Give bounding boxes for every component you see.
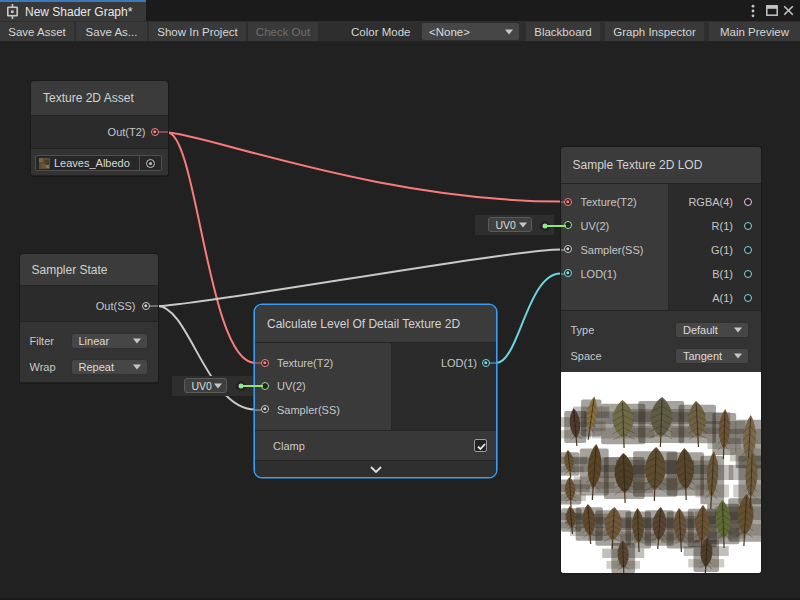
- port-label-out-ss: Out(SS): [20, 294, 136, 318]
- port-label-rgba: RGBA(4): [688, 190, 733, 214]
- port-label-sampler: Sampler(SS): [277, 398, 340, 422]
- save-asset-button[interactable]: Save Asset: [0, 22, 74, 41]
- node-sampler-state[interactable]: Sampler State Out(SS) Filter Linear Wrap…: [20, 254, 158, 383]
- shader-graph-window: New Shader Graph* Save Asset Save As... …: [0, 0, 800, 600]
- port-out-a[interactable]: [744, 294, 752, 302]
- port-connected-dot: [566, 247, 569, 250]
- chevron-down-icon: [133, 365, 141, 370]
- filter-dropdown[interactable]: Linear: [71, 333, 148, 349]
- port-connected-dot: [484, 361, 487, 364]
- node-title: Calculate Level Of Detail Texture 2D: [255, 305, 496, 343]
- window-maximize-icon[interactable]: [766, 0, 778, 21]
- port-in-sampler[interactable]: [261, 405, 269, 413]
- port-out-ss[interactable]: [142, 302, 150, 310]
- clamp-checkbox[interactable]: [474, 439, 487, 452]
- node-controls-section: Clamp: [255, 430, 496, 460]
- chevron-down-icon: [505, 29, 513, 34]
- chevron-down-icon: [734, 353, 742, 358]
- chevron-down-icon: [370, 466, 382, 473]
- texture-thumbnail: [39, 158, 50, 169]
- node-title: Texture 2D Asset: [31, 81, 168, 116]
- wrap-dropdown[interactable]: Repeat: [71, 359, 148, 375]
- port-label-out-t2: Out(T2): [31, 120, 146, 144]
- save-as-button[interactable]: Save As...: [76, 22, 147, 41]
- clamp-label: Clamp: [273, 431, 305, 461]
- wrap-label: Wrap: [30, 354, 56, 380]
- type-dropdown[interactable]: Default: [675, 322, 749, 338]
- node-sample-texture-2d-lod[interactable]: Sample Texture 2D LOD Texture(T2) UV(2) …: [561, 147, 762, 574]
- edge-texture-to-sample: [168, 133, 561, 202]
- blackboard-button[interactable]: Blackboard: [526, 22, 600, 41]
- chevron-down-icon: [133, 339, 141, 344]
- object-picker-icon[interactable]: [139, 156, 161, 170]
- port-connected-dot: [566, 200, 569, 203]
- checkmark-icon: [476, 441, 487, 452]
- graph-inspector-button[interactable]: Graph Inspector: [605, 22, 704, 41]
- node-preview-image: [561, 372, 762, 573]
- port-label-lod-out: LOD(1): [441, 351, 477, 375]
- chevron-down-icon: [214, 383, 222, 388]
- port-connected-dot: [566, 271, 569, 274]
- port-label-a: A(1): [712, 286, 733, 310]
- node-controls-section: Type Default Space Tangent: [561, 310, 762, 372]
- port-connected-dot: [144, 304, 147, 307]
- node-title: Sampler State: [20, 254, 158, 286]
- texture-object-field[interactable]: Leaves_Albedo: [35, 155, 162, 171]
- port-label-uv: UV(2): [277, 374, 306, 398]
- uv-connector-wire: [547, 225, 566, 227]
- node-calculate-lod[interactable]: Calculate Level Of Detail Texture 2D Tex…: [255, 305, 496, 477]
- picker-ring: [146, 159, 155, 168]
- shader-graph-icon: [6, 4, 19, 19]
- graph-canvas[interactable]: Texture 2D Asset Out(T2) Le: [0, 42, 800, 598]
- edge-lod-to-sample: [496, 274, 561, 364]
- show-in-project-button[interactable]: Show In Project: [149, 22, 246, 41]
- color-mode-value: <None>: [429, 26, 470, 38]
- uv-channel-dropdown-sample[interactable]: UV0: [488, 217, 532, 232]
- edge-texture-to-calculate: [168, 133, 256, 364]
- color-mode-dropdown[interactable]: <None>: [422, 23, 519, 40]
- port-label-texture: Texture(T2): [277, 351, 333, 375]
- uv-channel-dropdown-calculate[interactable]: UV0: [184, 378, 227, 393]
- filter-label: Filter: [30, 328, 54, 354]
- port-in-lod[interactable]: [564, 269, 572, 277]
- chevron-down-icon: [519, 222, 527, 227]
- tab-new-shader-graph[interactable]: New Shader Graph*: [0, 0, 146, 21]
- texture-name: Leaves_Albedo: [54, 157, 130, 169]
- node-controls-section: Filter Linear Wrap Repeat: [20, 321, 158, 382]
- port-out-t2[interactable]: [151, 128, 159, 136]
- port-in-texture[interactable]: [261, 359, 269, 367]
- port-connected-dot: [153, 130, 156, 133]
- node-title: Sample Texture 2D LOD: [561, 147, 762, 184]
- node-ports-section: Texture(T2) UV(2) Sampler(SS) LOD(1): [255, 343, 496, 430]
- maximize-icon: [766, 5, 778, 16]
- port-connected-dot: [263, 407, 266, 410]
- tab-bar: New Shader Graph*: [0, 0, 800, 21]
- port-label-lod: LOD(1): [581, 262, 617, 286]
- port-label-g: G(1): [711, 238, 733, 262]
- port-out-g[interactable]: [744, 246, 752, 254]
- port-out-lod[interactable]: [482, 359, 490, 367]
- window-close-icon[interactable]: [783, 0, 794, 21]
- port-out-r[interactable]: [744, 222, 752, 230]
- port-label-texture: Texture(T2): [581, 190, 637, 214]
- check-out-button: Check Out: [248, 22, 318, 41]
- space-dropdown[interactable]: Tangent: [675, 348, 749, 364]
- port-in-texture[interactable]: [564, 198, 572, 206]
- close-x-icon: [783, 5, 794, 16]
- port-out-rgba[interactable]: [744, 198, 752, 206]
- toolbar: Save Asset Save As... Show In Project Ch…: [0, 21, 800, 42]
- window-menu-icon[interactable]: [751, 0, 755, 21]
- node-ports-section: Out(SS): [20, 286, 158, 321]
- type-label: Type: [571, 317, 595, 343]
- port-in-sampler[interactable]: [564, 245, 572, 253]
- node-collapse-footer[interactable]: [255, 460, 496, 477]
- port-label-uv: UV(2): [581, 214, 610, 238]
- main-preview-button[interactable]: Main Preview: [709, 22, 800, 41]
- port-out-b[interactable]: [744, 270, 752, 278]
- tab-title: New Shader Graph*: [25, 5, 132, 19]
- space-label: Space: [571, 343, 602, 369]
- edge-sampler-to-sample: [158, 250, 561, 307]
- node-texture-2d-asset[interactable]: Texture 2D Asset Out(T2) Le: [31, 81, 168, 176]
- port-label-b: B(1): [712, 262, 733, 286]
- chevron-down-icon: [734, 327, 742, 332]
